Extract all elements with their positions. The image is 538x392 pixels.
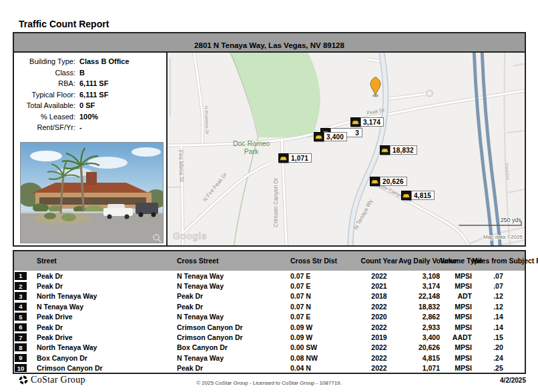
- row-number-cell: 2: [14, 282, 37, 290]
- cell-volume-type: AADT: [440, 333, 472, 341]
- cell-miles-from-subject: .25: [472, 364, 525, 372]
- detail-label: Total Available:: [14, 100, 75, 111]
- cell-count-year: 2018: [360, 292, 398, 300]
- row-number-badge: 2: [15, 282, 27, 290]
- detail-row: Rent/SF/Yr:-: [14, 122, 162, 133]
- detail-label: Typical Floor:: [14, 89, 75, 101]
- row-number-cell: 4: [14, 303, 37, 311]
- cell-miles-from-subject: .24: [472, 354, 525, 362]
- traffic-count-value: 1,071: [288, 153, 312, 163]
- car-icon: [314, 132, 324, 141]
- cell-volume-type: MPSI: [440, 313, 472, 321]
- cell-volume-type: ADT: [440, 292, 472, 300]
- detail-row: Typical Floor:6,111 SF: [14, 89, 162, 101]
- scale-label: 250 yds: [501, 217, 522, 223]
- detail-value: Class B Office: [79, 56, 129, 67]
- row-number-badge: 1: [15, 272, 27, 280]
- cell-count-year: 2022: [360, 364, 398, 372]
- detail-label: Rent/SF/Yr:: [14, 122, 75, 133]
- cell-volume-type: MPSI: [440, 364, 472, 372]
- cell-street: Peak Dr: [37, 323, 177, 331]
- cell-cross-street: Box Canyon Dr: [177, 343, 290, 351]
- cell-count-year: 2022: [360, 323, 398, 331]
- cell-count-year: 2020: [360, 313, 398, 321]
- cell-street: Peak Dr: [37, 272, 177, 280]
- col-header-count-year: Count Year: [360, 257, 398, 265]
- detail-value: 0 SF: [79, 100, 95, 111]
- detail-label: RBA:: [14, 78, 75, 89]
- cell-cross-str-dist: 0.07 E: [290, 282, 360, 290]
- table-row: 1Peak DrN Tenaya Way0.07 E20223,108MPSI.…: [14, 271, 525, 281]
- detail-value: B: [79, 67, 85, 79]
- cell-cross-street: N Tenaya Way: [177, 272, 290, 280]
- traffic-count-value: 3,174: [360, 117, 384, 127]
- car-icon: [380, 145, 390, 155]
- car-icon: [278, 153, 288, 163]
- cell-avg-daily-volume: 4,815: [398, 354, 440, 362]
- cell-miles-from-subject: .15: [472, 333, 525, 341]
- cell-miles-from-subject: .14: [472, 313, 525, 321]
- cell-avg-daily-volume: 3,400: [398, 333, 440, 341]
- traffic-count-marker: 18,832: [380, 145, 417, 155]
- cell-avg-daily-volume: 2,862: [398, 313, 440, 321]
- report-body: Building Type:Class B OfficeClass:BRBA:6…: [14, 53, 525, 245]
- cell-street: Peak Drive: [37, 333, 177, 341]
- cell-avg-daily-volume: 20,626: [398, 343, 440, 351]
- row-number-badge: 10: [15, 364, 27, 372]
- cell-volume-type: MPSI: [440, 354, 472, 362]
- traffic-count-value: 3,400: [324, 132, 347, 141]
- table-row: 2Peak DrN Tenaya Way0.07 E20213,174MPSI.…: [14, 281, 525, 291]
- row-number-cell: 5: [14, 313, 37, 321]
- row-number-badge: 8: [15, 343, 27, 351]
- cell-cross-street: Crimson Canyon Dr: [177, 323, 290, 331]
- cell-volume-type: MPSI: [440, 323, 472, 331]
- row-number-cell: 10: [14, 364, 37, 372]
- cell-cross-street: N Tenaya Way: [177, 354, 290, 362]
- traffic-count-report-page: Traffic Count Report 2801 N Tenaya Way, …: [0, 0, 538, 392]
- col-header-cross-str-dist: Cross Str Dist: [290, 257, 360, 265]
- cell-street: Peak Dr: [37, 282, 177, 290]
- cell-cross-str-dist: 0.09 W: [290, 323, 360, 331]
- row-number-badge: 5: [15, 313, 27, 321]
- property-photo: [20, 142, 164, 243]
- cell-volume-type: MPSI: [440, 303, 472, 311]
- row-number-cell: 9: [14, 354, 37, 362]
- cell-miles-from-subject: .07: [472, 282, 525, 290]
- detail-value: -: [79, 122, 82, 133]
- car-icon: [350, 117, 360, 127]
- street-label: N Rosemus Dr: [204, 106, 210, 135]
- table-row: 10Crimson Canyon DrPeak Dr0.04 N20221,07…: [14, 363, 525, 373]
- traffic-map: N Rosemus Dr Fire Mesa St N Fire Peak Dr…: [168, 53, 525, 245]
- col-header-avg-daily-volume: Avg Daily Volume: [398, 257, 440, 265]
- col-header-cross-street: Cross Street: [177, 257, 290, 265]
- cell-avg-daily-volume: 3,108: [398, 272, 440, 280]
- table-row: 5Peak DriveN Tenaya Way0.07 E20202,862MP…: [14, 312, 525, 322]
- cell-cross-street: Crimson Canyon Dr: [177, 333, 290, 341]
- row-number-badge: 7: [15, 333, 27, 341]
- col-header-street: Street: [37, 257, 177, 265]
- cell-cross-str-dist: 0.09 W: [290, 333, 360, 341]
- cell-count-year: 2022: [360, 303, 398, 311]
- cell-count-year: 2022: [360, 272, 398, 280]
- map-attribution: Map data ©2025: [483, 234, 523, 240]
- report-box: 2801 N Tenaya Way, Las Vegas, NV 89128 B…: [13, 32, 526, 247]
- cell-cross-str-dist: 0.04 N: [290, 364, 360, 372]
- cell-cross-str-dist: 0.07 E: [290, 272, 360, 280]
- cell-cross-str-dist: 0.07 N: [290, 303, 360, 311]
- detail-row: Class:B: [14, 67, 162, 79]
- row-number-badge: 9: [15, 354, 27, 362]
- cell-avg-daily-volume: 2,933: [398, 323, 440, 331]
- park-label-line1: Doc Romeo: [233, 140, 270, 147]
- detail-label: Building Type:: [14, 56, 75, 67]
- cell-cross-str-dist: 0.07 N: [290, 292, 360, 300]
- page-title: Traffic Count Report: [19, 19, 109, 29]
- cell-cross-str-dist: 0.08 NW: [290, 354, 360, 362]
- cell-street: Peak Drive: [37, 313, 177, 321]
- cell-volume-type: MPSI: [440, 343, 472, 351]
- cell-miles-from-subject: .07: [472, 272, 525, 280]
- cell-cross-str-dist: 0.00 SW: [290, 343, 360, 351]
- cell-cross-street: N Tenaya Way: [177, 313, 290, 321]
- property-photo-art: [21, 143, 163, 243]
- col-header-miles-from-subject: Miles from Subject Prop: [472, 257, 538, 265]
- traffic-count-value: 20,626: [380, 177, 407, 186]
